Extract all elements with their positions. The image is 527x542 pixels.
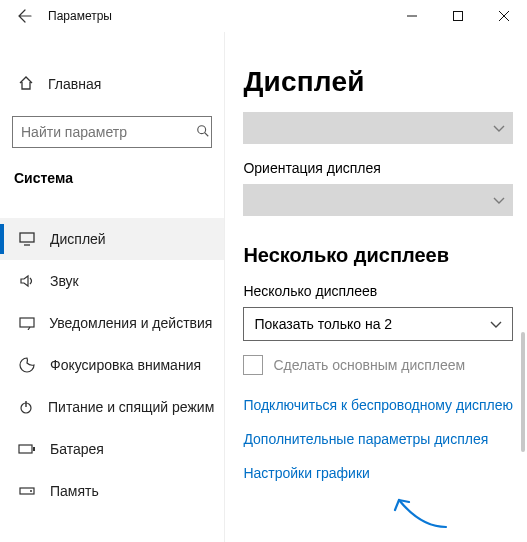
sidebar-item-battery[interactable]: Батарея <box>0 428 224 470</box>
sidebar: Главная Система Дисплей Звук <box>0 32 225 542</box>
sidebar-item-label: Фокусировка внимания <box>50 357 201 373</box>
multiple-displays-value: Показать только на 2 <box>254 316 392 332</box>
sidebar-item-label: Дисплей <box>50 231 106 247</box>
sidebar-item-storage[interactable]: Память <box>0 470 224 512</box>
power-icon <box>18 399 34 415</box>
svg-rect-5 <box>19 445 32 453</box>
search-box[interactable] <box>12 116 212 148</box>
battery-icon <box>18 443 36 455</box>
orientation-label: Ориентация дисплея <box>243 160 513 176</box>
sidebar-item-label: Звук <box>50 273 79 289</box>
sidebar-item-notifications[interactable]: Уведомления и действия <box>0 302 224 344</box>
sidebar-item-focus[interactable]: Фокусировка внимания <box>0 344 224 386</box>
link-advanced-display[interactable]: Дополнительные параметры дисплея <box>243 431 513 447</box>
sidebar-home[interactable]: Главная <box>0 64 224 104</box>
close-button[interactable] <box>481 0 527 32</box>
search-icon <box>196 124 210 141</box>
scrollbar-thumb[interactable] <box>521 332 525 452</box>
chevron-down-icon <box>493 120 505 136</box>
link-wireless-display[interactable]: Подключиться к беспроводному дисплею <box>243 397 513 413</box>
orientation-dropdown[interactable] <box>243 184 513 216</box>
svg-rect-3 <box>20 318 34 327</box>
close-icon <box>499 11 509 21</box>
sidebar-item-label: Память <box>50 483 99 499</box>
make-primary-checkbox[interactable] <box>243 355 263 375</box>
svg-rect-0 <box>454 12 463 21</box>
sidebar-item-label: Уведомления и действия <box>49 315 212 331</box>
sidebar-item-sound[interactable]: Звук <box>0 260 224 302</box>
svg-rect-2 <box>20 233 34 242</box>
annotation-arrow-icon <box>391 492 451 532</box>
make-primary-label: Сделать основным дисплеем <box>273 357 465 373</box>
maximize-button[interactable] <box>435 0 481 32</box>
make-primary-row[interactable]: Сделать основным дисплеем <box>243 355 513 375</box>
sound-icon <box>18 274 36 288</box>
home-icon <box>18 75 34 94</box>
link-graphics-settings[interactable]: Настройки графики <box>243 465 513 481</box>
window-title: Параметры <box>48 9 112 23</box>
search-input[interactable] <box>21 124 196 140</box>
sidebar-item-label: Питание и спящий режим <box>48 399 214 415</box>
back-button[interactable] <box>8 0 40 32</box>
notifications-icon <box>18 316 35 330</box>
sidebar-home-label: Главная <box>48 76 101 92</box>
svg-point-8 <box>30 490 32 492</box>
minimize-button[interactable] <box>389 0 435 32</box>
chevron-down-icon <box>493 192 505 208</box>
storage-icon <box>18 485 36 497</box>
sidebar-item-display[interactable]: Дисплей <box>0 218 224 260</box>
arrow-left-icon <box>16 8 32 24</box>
maximize-icon <box>453 11 463 21</box>
titlebar: Параметры <box>0 0 527 32</box>
sidebar-group-system: Система <box>0 156 224 196</box>
svg-rect-6 <box>33 447 35 451</box>
section-multiple-displays: Несколько дисплеев <box>243 244 513 267</box>
content-pane: Дисплей Ориентация дисплея Несколько дис… <box>225 32 527 542</box>
multiple-displays-dropdown[interactable]: Показать только на 2 <box>243 307 513 341</box>
multiple-displays-label: Несколько дисплеев <box>243 283 513 299</box>
svg-point-1 <box>198 125 206 133</box>
resolution-dropdown[interactable] <box>243 112 513 144</box>
minimize-icon <box>407 11 417 21</box>
display-icon <box>18 232 36 246</box>
focus-icon <box>18 357 36 373</box>
chevron-down-icon <box>490 316 502 332</box>
sidebar-item-power[interactable]: Питание и спящий режим <box>0 386 224 428</box>
sidebar-item-label: Батарея <box>50 441 104 457</box>
page-title: Дисплей <box>243 66 513 98</box>
